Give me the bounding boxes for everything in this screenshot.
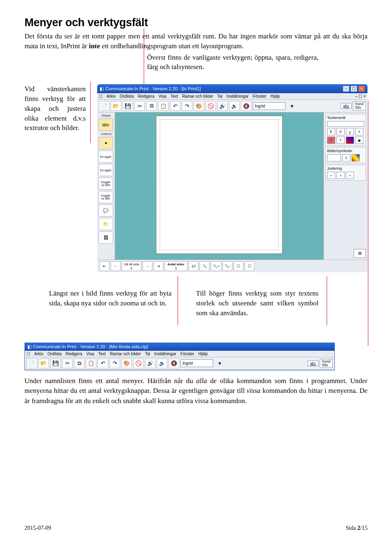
- blank-page[interactable]: [156, 116, 283, 254]
- font-color-button[interactable]: [346, 137, 354, 144]
- user-dropdown-icon[interactable]: ▾: [287, 101, 297, 111]
- app2-menu-ordlista[interactable]: Ordlista: [47, 352, 61, 356]
- menu-visa[interactable]: Visa: [158, 94, 166, 99]
- app2-menu-visa[interactable]: Visa: [86, 352, 94, 356]
- new-button[interactable]: 📄: [99, 101, 109, 111]
- app2-menu-arkiv[interactable]: Arkiv: [34, 352, 43, 356]
- symbol-selector[interactable]: [327, 154, 341, 161]
- wordlist-label[interactable]: hund fido: [353, 101, 366, 110]
- menu-tal[interactable]: Tal: [217, 94, 223, 99]
- menu-ramar[interactable]: Ramar och bilder: [182, 94, 213, 99]
- frame-button-2[interactable]: En egybi: [98, 164, 113, 176]
- app2-mute-button[interactable]: 🔇: [169, 359, 179, 368]
- speak-button[interactable]: 🔊: [217, 101, 228, 111]
- app2-cut-button[interactable]: ✂: [62, 359, 73, 368]
- shadow-button[interactable]: S: [355, 128, 363, 135]
- menu-text[interactable]: Text: [171, 94, 178, 99]
- app2-palette-button[interactable]: 🎨: [121, 359, 132, 368]
- create-textframe-button[interactable]: abc: [98, 119, 113, 131]
- app2-menu-tal[interactable]: Tal: [145, 352, 150, 356]
- nocolor-button[interactable]: 🚫: [205, 101, 216, 111]
- app2-copy-button[interactable]: ⧉: [74, 359, 85, 368]
- page-heading: Menyer och verktygsfält: [24, 16, 368, 29]
- undo-button[interactable]: ↶: [170, 101, 180, 111]
- image-folder-button[interactable]: 📁: [98, 218, 113, 230]
- align-left-button[interactable]: ≡: [327, 172, 335, 179]
- maximize-button[interactable]: ☐: [350, 85, 357, 92]
- cut-button[interactable]: ✂: [134, 101, 145, 111]
- menu-fonster[interactable]: Fönster: [253, 94, 267, 99]
- copy-button[interactable]: ⧉: [146, 101, 157, 111]
- app2-speak-repeat-button[interactable]: 🔈: [157, 359, 167, 368]
- zoom-out-button[interactable]: 🔍-: [223, 261, 232, 271]
- menu-arkiv[interactable]: Arkiv: [107, 94, 116, 99]
- abc-label[interactable]: abc: [341, 103, 352, 109]
- bold-button[interactable]: F: [327, 128, 335, 135]
- minimize-button[interactable]: –: [343, 85, 350, 92]
- align-center-button[interactable]: ≡: [336, 172, 345, 179]
- app2-menu-fonster[interactable]: Fönster: [180, 352, 194, 356]
- app2-menu-redigera[interactable]: Redigera: [66, 352, 82, 356]
- save-button[interactable]: 💾: [122, 101, 133, 111]
- app-bottombar: ⇤ ← Gå till sida 1 → ⇥ Antal sidor 1 12 …: [97, 260, 368, 272]
- app2-menu-ramar[interactable]: Ramar och bilder: [110, 352, 141, 356]
- close-button[interactable]: ×: [358, 85, 365, 92]
- bottom-extra-2[interactable]: ☐: [245, 261, 254, 271]
- menu-installningar[interactable]: Inställningar: [227, 94, 249, 99]
- next-next-page-button[interactable]: ⇥: [154, 261, 163, 271]
- adjust-button[interactable]: ✦: [98, 137, 113, 149]
- para-italic-1: alla: [196, 377, 207, 385]
- app2-open-button[interactable]: 📂: [38, 359, 49, 368]
- app2-new-button[interactable]: 📄: [27, 359, 37, 368]
- zoom-in-button[interactable]: 🔍+: [211, 261, 221, 271]
- font-color2-button[interactable]: ▣: [355, 137, 363, 144]
- menu-hjalp[interactable]: Hjälp: [271, 94, 280, 99]
- prev-page-button[interactable]: ←: [111, 261, 120, 271]
- palette-button[interactable]: 🎨: [194, 101, 204, 111]
- mute-button[interactable]: 🔇: [241, 101, 252, 111]
- font-dropdown[interactable]: [327, 121, 364, 127]
- redo-button[interactable]: ↷: [182, 101, 192, 111]
- align-right-button[interactable]: ≡: [346, 172, 354, 179]
- app2-user-dropdown-icon[interactable]: ▾: [214, 359, 225, 368]
- goto-page[interactable]: Gå till sida 1: [122, 261, 141, 271]
- underline-button[interactable]: u: [346, 128, 354, 135]
- app2-wordlist-label[interactable]: hund fido: [320, 359, 333, 368]
- app2-redo-button[interactable]: ↷: [109, 359, 120, 368]
- symbol-color-button[interactable]: [352, 154, 360, 161]
- open-button[interactable]: 📂: [111, 101, 121, 111]
- italic-button[interactable]: K: [336, 128, 345, 135]
- font-size-down-button[interactable]: T: [336, 137, 345, 144]
- app2-menu-hjalp[interactable]: Hjälp: [198, 352, 208, 356]
- speech-bubble-button[interactable]: 💬: [98, 204, 113, 217]
- prev-prev-page-button[interactable]: ⇤: [100, 261, 109, 271]
- frame-button-4[interactable]: Enggle oc kart: [98, 191, 113, 203]
- zoom-fit-button[interactable]: 🔍: [200, 261, 209, 271]
- app2-user-field[interactable]: Ingrid: [180, 359, 213, 367]
- app2-menu-installningar[interactable]: Inställningar: [154, 352, 176, 356]
- symbol-size-button[interactable]: S: [342, 154, 350, 161]
- font-size-up-button[interactable]: T: [327, 137, 335, 144]
- canvas-area[interactable]: [115, 112, 323, 260]
- frame-button-3[interactable]: Enggle oc kart: [98, 177, 113, 190]
- app2-doc-icon: ☐: [27, 352, 30, 356]
- app2-save-button[interactable]: 💾: [50, 359, 61, 368]
- speak-repeat-button[interactable]: 🔈: [229, 101, 240, 111]
- app2-speak-button[interactable]: 🔊: [145, 359, 156, 368]
- app2-menu-text[interactable]: Text: [98, 352, 106, 356]
- paste-button[interactable]: 📋: [158, 101, 169, 111]
- app2-paste-button[interactable]: 📋: [86, 359, 96, 368]
- menu-ordlista[interactable]: Ordlista: [120, 94, 134, 99]
- pages-12-button[interactable]: 12: [189, 261, 198, 271]
- picture-corner-button[interactable]: 🖼: [354, 249, 366, 258]
- app2-undo-button[interactable]: ↶: [98, 359, 108, 368]
- app-screenshot-main: ◧ Communicate:In Print - Version 2.20 - …: [97, 84, 368, 272]
- user-field[interactable]: Ingrid: [253, 102, 285, 110]
- bottom-extra-1[interactable]: ☐: [234, 261, 243, 271]
- menu-redigera[interactable]: Redigera: [138, 94, 155, 99]
- image-button[interactable]: 🖼: [98, 231, 113, 244]
- app2-nocolor-button[interactable]: 🚫: [133, 359, 144, 368]
- app2-abc-label[interactable]: abc: [307, 361, 318, 366]
- frame-button-1[interactable]: En egybi: [98, 150, 113, 163]
- next-page-button[interactable]: →: [143, 261, 152, 271]
